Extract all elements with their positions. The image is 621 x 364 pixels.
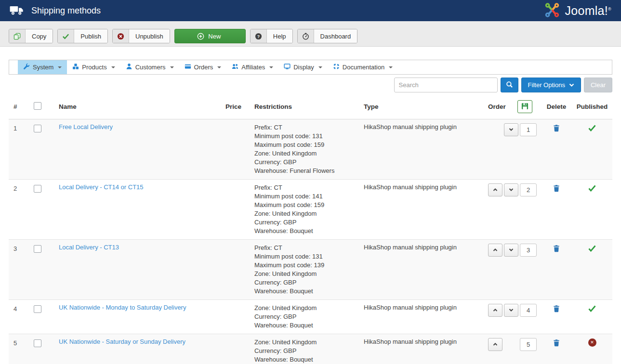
row-checkbox[interactable] — [34, 185, 41, 193]
unpublished-x-icon[interactable]: ✕ — [588, 338, 596, 347]
menu-item-customers[interactable]: Customers — [120, 60, 179, 74]
dashboard-button[interactable]: Dashboard — [297, 29, 358, 43]
chevron-up-icon — [492, 247, 498, 254]
row-checkbox[interactable] — [34, 305, 41, 313]
chevron-up-icon — [492, 186, 498, 194]
price-cell — [221, 119, 245, 180]
header-order: Order — [488, 103, 506, 110]
restriction-line: Maximum post code: 159 — [254, 141, 353, 149]
restriction-line: Prefix: CT — [254, 123, 353, 132]
row-checkbox[interactable] — [34, 339, 41, 347]
chevron-down-icon — [170, 66, 174, 68]
order-input[interactable] — [520, 244, 537, 257]
type-cell: HikaShop manual shipping plugin — [356, 240, 482, 300]
search-icon — [506, 81, 513, 90]
plus-circle-icon — [197, 29, 206, 43]
delete-button[interactable] — [552, 304, 561, 315]
clear-button-label: Clear — [591, 81, 606, 89]
delete-button[interactable] — [552, 338, 561, 349]
published-check-icon[interactable] — [588, 123, 596, 131]
user-icon — [126, 63, 132, 71]
shipping-method-name-link[interactable]: Local Delivery - CT14 or CT15 — [59, 183, 144, 191]
search-button[interactable] — [501, 78, 518, 92]
order-input[interactable] — [520, 123, 537, 136]
restriction-line: Zone: United Kingdom — [254, 338, 353, 347]
row-number: 2 — [9, 180, 31, 240]
help-button-label: Help — [267, 29, 292, 43]
order-input[interactable] — [520, 338, 537, 351]
header-price: Price — [221, 94, 245, 119]
trash-icon — [553, 341, 560, 348]
chevron-down-icon — [508, 247, 514, 254]
monitor-icon — [284, 63, 291, 71]
menu-item-label: Products — [82, 64, 106, 71]
type-cell: HikaShop manual shipping plugin — [356, 180, 482, 240]
type-cell: HikaShop manual shipping plugin — [356, 119, 482, 180]
menu-item-documentation[interactable]: Documentation — [328, 60, 398, 74]
help-button[interactable]: ? Help — [250, 29, 293, 43]
type-cell: HikaShop manual shipping plugin — [356, 334, 482, 364]
order-down-button[interactable] — [504, 183, 518, 196]
restriction-line: Warehouse: Funeral Flowers — [254, 167, 353, 175]
shipping-method-name-link[interactable]: UK Nationwide - Monday to Saturday Deliv… — [59, 304, 186, 311]
row-checkbox[interactable] — [34, 125, 41, 132]
menu-item-system[interactable]: System — [18, 60, 67, 74]
chevron-down-icon — [508, 126, 514, 133]
row-number: 5 — [9, 334, 31, 364]
restrictions-cell: Zone: United KingdomCurrency: GBPWarehou… — [245, 300, 356, 334]
truck-icon — [10, 4, 24, 17]
restriction-line: Minimum post code: 131 — [254, 252, 353, 261]
search-input[interactable] — [394, 78, 498, 92]
order-up-button[interactable] — [488, 338, 502, 351]
page-title: Shipping methods — [31, 6, 101, 16]
published-check-icon[interactable] — [588, 304, 596, 312]
chevron-down-icon — [111, 66, 115, 68]
restriction-line: Currency: GBP — [254, 278, 353, 287]
copy-button[interactable]: Copy — [9, 29, 53, 43]
chevron-down-icon — [389, 66, 393, 68]
order-input[interactable] — [520, 304, 537, 317]
header-delete: Delete — [541, 94, 572, 119]
order-down-button[interactable] — [504, 123, 518, 136]
joomla-logo: Joomla!® — [543, 2, 611, 19]
menu-item-affiliates[interactable]: Affiliates — [226, 60, 278, 74]
publish-button-label: Publish — [74, 29, 107, 43]
order-input[interactable] — [520, 183, 537, 196]
row-number: 3 — [9, 240, 31, 300]
restriction-line: Minimum post code: 141 — [254, 192, 353, 201]
delete-button[interactable] — [552, 244, 561, 255]
publish-button[interactable]: Publish — [57, 29, 108, 43]
filter-options-button[interactable]: Filter Options — [521, 78, 581, 92]
order-up-button[interactable] — [488, 244, 502, 257]
shipping-method-name-link[interactable]: UK Nationwide - Saturday or Sunday Deliv… — [59, 338, 185, 345]
delete-button[interactable] — [552, 183, 561, 195]
published-check-icon[interactable] — [588, 183, 596, 192]
shipping-method-name-link[interactable]: Local Delivery - CT13 — [59, 244, 119, 251]
row-checkbox[interactable] — [34, 245, 41, 253]
chevron-down-icon — [569, 81, 574, 89]
clear-button[interactable]: Clear — [584, 78, 612, 92]
table-row: 4 UK Nationwide - Monday to Saturday Del… — [9, 300, 612, 334]
menu-item-display[interactable]: Display — [278, 60, 328, 74]
joomla-knot-icon — [543, 2, 561, 19]
menu-item-products[interactable]: Products — [67, 60, 120, 74]
select-all-checkbox[interactable] — [34, 102, 41, 110]
order-down-button[interactable] — [504, 244, 518, 257]
save-order-button[interactable] — [517, 100, 532, 113]
order-down-button[interactable] — [504, 304, 518, 317]
order-up-button[interactable] — [488, 304, 502, 317]
header-name: Name — [50, 94, 221, 119]
header-restrictions: Restrictions — [245, 94, 356, 119]
published-check-icon[interactable] — [588, 244, 596, 252]
price-cell — [221, 180, 245, 240]
restriction-line: Zone: United Kingdom — [254, 270, 353, 278]
shipping-method-name-link[interactable]: Free Local Delivery — [59, 123, 113, 130]
delete-button[interactable] — [552, 123, 561, 134]
new-button[interactable]: New — [174, 29, 246, 43]
unpublish-button[interactable]: Unpublish — [112, 29, 170, 43]
menu-item-orders[interactable]: Orders — [179, 60, 227, 74]
credit-card-icon — [185, 63, 191, 71]
page-header: Shipping methods Joomla!® — [0, 0, 621, 21]
order-up-button[interactable] — [488, 183, 502, 196]
price-cell — [221, 334, 245, 364]
